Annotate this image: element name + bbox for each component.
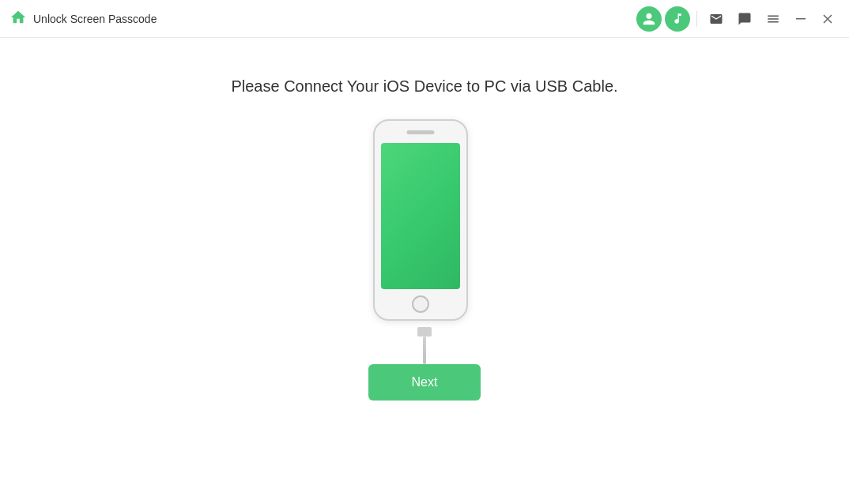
phone-speaker <box>407 130 435 134</box>
chat-icon-button[interactable] <box>732 6 757 32</box>
svg-rect-0 <box>796 18 806 20</box>
user-icon-button[interactable] <box>636 6 662 32</box>
minimize-button[interactable] <box>789 7 813 31</box>
usb-cable <box>417 327 432 364</box>
menu-icon-button[interactable] <box>760 6 786 32</box>
home-icon <box>9 9 27 29</box>
close-button[interactable] <box>816 7 840 31</box>
mail-icon-button[interactable] <box>704 6 729 32</box>
cable-connector <box>417 327 432 337</box>
phone-screen <box>381 143 460 289</box>
app-title: Unlock Screen Passcode <box>33 13 157 25</box>
next-button[interactable]: Next <box>368 364 481 401</box>
titlebar-right <box>636 6 840 32</box>
titlebar-left: Unlock Screen Passcode <box>9 9 157 29</box>
phone-illustration <box>373 119 476 333</box>
cable-line <box>423 337 426 364</box>
titlebar: Unlock Screen Passcode <box>0 0 849 38</box>
separator <box>696 11 697 27</box>
phone-body <box>373 119 468 321</box>
main-content: Please Connect Your iOS Device to PC via… <box>0 38 849 504</box>
phone-home-button <box>412 295 429 313</box>
music-search-icon-button[interactable] <box>665 6 690 32</box>
instruction-text: Please Connect Your iOS Device to PC via… <box>231 77 617 96</box>
